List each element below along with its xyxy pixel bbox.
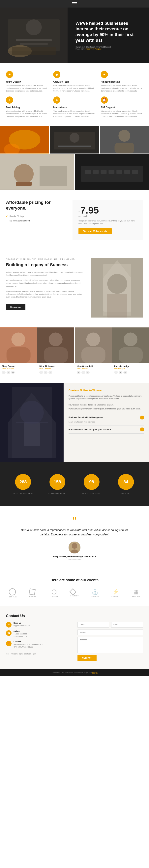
pricing-icon: $	[6, 96, 13, 103]
name-input[interactable]	[77, 622, 109, 627]
accordion-title-1[interactable]: Business Sustainability Management 1	[69, 415, 144, 420]
photo-grid-2	[0, 154, 149, 190]
testimonial-name: – May Hawkes, General Manager Operations…	[12, 555, 137, 558]
creative-icon: ◆	[53, 71, 60, 78]
facebook-icon-4[interactable]: f	[114, 371, 118, 374]
instagram-icon-2[interactable]: in	[48, 371, 52, 374]
hero-content: We've helped businesses increase their r…	[72, 13, 149, 58]
svg-rect-19	[16, 182, 32, 186]
contact-form: CONTACT	[77, 622, 143, 661]
svg-rect-27	[117, 170, 122, 174]
svg-point-34	[107, 274, 127, 294]
stat-number-2: 158	[54, 479, 61, 485]
stat-circle-1: 288	[15, 474, 31, 490]
pricing-feature-1: ✓ Free for 30 days	[6, 214, 65, 218]
svg-point-55	[72, 543, 77, 549]
svg-rect-29	[132, 170, 138, 174]
twitter-icon-4[interactable]: t	[119, 371, 122, 374]
message-textarea[interactable]	[77, 637, 143, 653]
accordion-num-1: 1	[140, 415, 144, 420]
team-member-3: Nina Greenfield Web Designer f t in	[75, 328, 111, 377]
facebook-icon-2[interactable]: f	[39, 371, 43, 374]
accordion-2[interactable]: Practical tips to help you grow your pro…	[69, 426, 144, 434]
team-info-3: Nina Greenfield Web Designer f t in	[75, 363, 111, 377]
svg-point-12	[70, 133, 79, 143]
support-icon: ⏰	[101, 96, 108, 103]
footer-link[interactable]: Freepik	[92, 672, 98, 674]
menu-button[interactable]	[72, 2, 77, 5]
subject-input[interactable]	[77, 629, 143, 635]
legacy-section: Praesent vase semper quis massa nibh ut …	[0, 250, 149, 326]
instagram-icon-4[interactable]: in	[123, 371, 127, 374]
twitter-icon-2[interactable]: t	[44, 371, 48, 374]
photo-person1	[100, 126, 149, 154]
stat-coffee: 98 CUPS OF COFFEE	[74, 470, 109, 498]
team-name-3: Nina Greenfield	[77, 365, 110, 367]
quality-icon: ★	[6, 71, 13, 78]
feature-results: ✦ Amazing Results Vitae condimentum nibh…	[101, 71, 143, 93]
feature-quality-text: Vitae condimentum nibh a massa nibh. Bla…	[6, 84, 48, 93]
team-socials-2: f t in	[39, 371, 72, 374]
form-name-email-row	[77, 622, 143, 627]
check-icon-2: ✓	[6, 219, 8, 222]
team-socials-3: f t in	[77, 371, 110, 374]
know-more-button[interactable]: Know more	[6, 304, 25, 310]
svg-point-2	[26, 20, 42, 35]
team-name-4: Patricia Hedge	[114, 365, 147, 367]
footer-text: Sample text. Click to select the Text El…	[4, 672, 145, 674]
feature-quality: ★ Hight Quality Vitae condimentum nibh a…	[6, 71, 48, 93]
team-role-2: Lead Designer	[39, 367, 72, 369]
contact-heading: Contact Us	[6, 614, 143, 618]
team-info-1: Mary Brown Sales Manager f t in	[0, 363, 37, 377]
testimonial-section: " Duis aute irure dolor in reprehenderit…	[0, 506, 149, 570]
innovations-icon: ◈	[53, 96, 60, 103]
feature-innovations: ◈ Innovations Vitae condimentum nibh a m…	[53, 96, 96, 118]
hero-image-link[interactable]: Image from Freepik	[85, 48, 101, 50]
svg-rect-23	[84, 170, 91, 174]
email-label: Email Us	[14, 622, 30, 624]
svg-point-39	[49, 333, 63, 346]
price-period: per month	[78, 215, 137, 217]
trial-button[interactable]: Start your 30 day free trial	[78, 228, 111, 234]
twitter-icon-3[interactable]: t	[81, 371, 85, 374]
twitter-icon-1[interactable]: t	[6, 371, 10, 374]
testimonial-avatar	[69, 541, 80, 553]
team-role-1: Sales Manager	[2, 367, 35, 369]
photo-orange	[0, 126, 49, 154]
team-name-1: Mary Brown	[2, 365, 35, 367]
footer: Sample text. Click to select the Text El…	[0, 669, 149, 676]
team-photo-3	[75, 328, 111, 363]
team-info-4: Patricia Hedge Web Designer f t in	[112, 363, 149, 377]
instagram-icon-3[interactable]: in	[86, 371, 90, 374]
price-amount: 7.95	[80, 205, 99, 216]
svg-rect-20	[40, 166, 67, 186]
pricing-right: £7.95 per month Completely free for 30 d…	[73, 200, 143, 240]
legacy-heading: Building a Legacy of Success	[6, 262, 83, 268]
svg-point-18	[14, 164, 34, 184]
clients-heading: Here are some of our clients	[6, 578, 143, 582]
legacy-label: Praesent vase semper quis massa nibh ut …	[6, 258, 83, 260]
feature-creative-text: Vitae condimentum nibh a massa nibh. Bla…	[53, 84, 96, 93]
photo-grid-1	[0, 126, 149, 154]
accordion-title-2[interactable]: Practical tips to help you grow your pro…	[69, 428, 144, 431]
feature-creative: ◆ Creative Team Vitae condimentum nibh a…	[53, 71, 96, 93]
phone-value: +1-800-555-5555 +1-800-555-1234	[14, 633, 27, 638]
svg-point-42	[86, 333, 100, 346]
team-role-4: Web Designer	[114, 367, 147, 369]
contact-section: Contact Us ✉ Email Us support@mysite.com…	[0, 606, 149, 669]
client-logo-2: COMPANY	[26, 588, 40, 598]
legacy-para-2: Varius quis urquique id diam mi. Sed era…	[6, 279, 83, 287]
facebook-icon-3[interactable]: f	[77, 371, 80, 374]
legacy-photo	[91, 258, 143, 317]
client-logo-7: ▦ COMPANY	[129, 588, 143, 598]
team-photo-1	[0, 328, 37, 363]
photo-keyboard	[75, 154, 149, 190]
instagram-icon-1[interactable]: in	[11, 371, 15, 374]
clients-section: Here are some of our clients COMPANY COM…	[0, 570, 149, 606]
accordion-1[interactable]: Business Sustainability Management 1 Lea…	[69, 413, 144, 426]
email-input[interactable]	[111, 622, 143, 627]
svg-rect-16	[115, 143, 134, 154]
facebook-icon-1[interactable]: f	[2, 371, 5, 374]
contact-info: ✉ Email Us support@mysite.com ☎ Call Us …	[6, 622, 72, 661]
contact-submit-button[interactable]: CONTACT	[77, 655, 97, 661]
